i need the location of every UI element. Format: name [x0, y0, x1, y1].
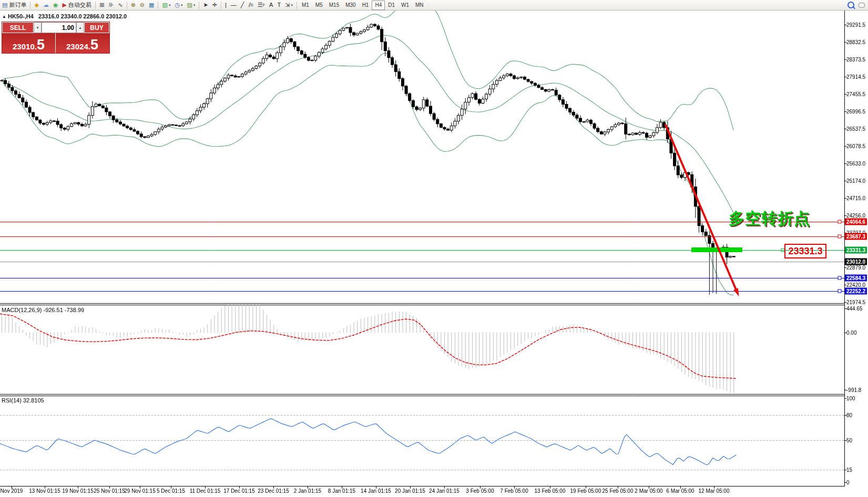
- zoom-out-icon: ⊖: [140, 1, 145, 9]
- chevron-down-icon[interactable]: ▾: [193, 3, 196, 7]
- vertical-line-icon: |: [225, 1, 227, 9]
- bar-chart-icon: 𝌆: [99, 1, 105, 9]
- autotrading-button[interactable]: ▶自动交易: [60, 1, 93, 9]
- toolbar-separator: [95, 2, 96, 9]
- time-axis-label: 20 Jan 01:15: [395, 488, 425, 494]
- price-level-chip: 23687.3: [845, 233, 867, 240]
- trading-platform-window: ▤新订单◆☁◉▶自动交易𝌆⊪∿⊕⊖▦▧▾◷▾▨▾➤✛|—╱⫽E☰FAT⇲▾M1M…: [0, 0, 868, 497]
- timeframe-m30-button[interactable]: M30: [342, 1, 359, 10]
- mql5-cloud-button[interactable]: ☁: [41, 1, 51, 9]
- chart-colors-icon: ▨: [187, 1, 192, 9]
- price-axis-label: 27455.5: [846, 91, 865, 97]
- chart-canvas[interactable]: [0, 0, 868, 497]
- toolbar-separator: [199, 2, 199, 9]
- lot-decrease-button[interactable]: ▼: [34, 22, 42, 33]
- price-axis-label: 50: [846, 438, 852, 443]
- chart-colors-button[interactable]: ▨▾: [185, 1, 198, 9]
- text-button[interactable]: A: [267, 1, 275, 9]
- chevron-down-icon[interactable]: ▾: [181, 3, 183, 7]
- periods-button[interactable]: ◷▾: [172, 1, 185, 9]
- trendline-button[interactable]: ╱: [239, 1, 247, 9]
- timeframe-d1-button[interactable]: D1: [385, 1, 398, 10]
- tile-windows-button[interactable]: ▦: [147, 1, 156, 9]
- sell-button[interactable]: SELL: [2, 22, 34, 33]
- one-click-trade-widget: SELL ▼ ▲ BUY 23010.5 23024.5: [2, 22, 110, 54]
- equidistant-channel-button[interactable]: ⫽E: [246, 1, 256, 9]
- metaeditor-button[interactable]: ◆: [32, 1, 40, 9]
- candlestick-chart-button[interactable]: ⊪: [107, 1, 116, 9]
- timeframe-h4-button[interactable]: H4: [372, 1, 385, 10]
- bar-chart-button[interactable]: 𝌆: [97, 1, 107, 9]
- search-icon[interactable]: [847, 2, 854, 8]
- time-axis-label: 3 Feb 05:00: [466, 488, 494, 494]
- arrows-button[interactable]: ⇲▾: [283, 1, 295, 9]
- lot-size-input[interactable]: [42, 22, 76, 33]
- buy-price[interactable]: 23024.5: [56, 33, 109, 53]
- new-chart-button[interactable]: ▧▾: [160, 1, 172, 9]
- line-chart-icon: ∿: [118, 1, 122, 9]
- time-axis-label: 6 Mar 05:00: [666, 488, 694, 494]
- periods-icon: ◷: [175, 1, 180, 9]
- new-chart-icon: ▧: [162, 1, 167, 9]
- timeframe-h1-button[interactable]: H1: [359, 1, 372, 10]
- timeframe-m15-button[interactable]: M15: [326, 1, 342, 10]
- price-level-chip: 22252.2: [845, 288, 867, 295]
- zoom-out-button[interactable]: ⊖: [138, 1, 147, 9]
- price-axis-label: 28832.5: [846, 39, 865, 45]
- price-axis-label: 22879.0: [846, 265, 865, 271]
- timeframe-w1-button[interactable]: W1: [398, 1, 412, 10]
- time-axis-label: 11 Dec 01:15: [190, 488, 221, 494]
- cursor-button[interactable]: ➤: [201, 1, 210, 9]
- ohlc-values: 23316.0 23340.0 22866.0 23012.0: [38, 13, 127, 19]
- timeframe-m5-button[interactable]: M5: [312, 1, 326, 10]
- cursor-icon: ➤: [203, 1, 208, 9]
- trendline-icon: ╱: [241, 1, 244, 9]
- price-axis-label: 24715.0: [846, 195, 865, 201]
- time-axis-label: 2 Jan 01:15: [294, 488, 321, 494]
- price-axis-label: 26078.5: [846, 143, 865, 149]
- mql5-cloud-icon: ☁: [43, 1, 49, 9]
- price-level-chip: 23012.0: [845, 258, 867, 265]
- line-chart-button[interactable]: ∿: [116, 1, 125, 9]
- price-level-chip: 22584.3: [845, 275, 867, 282]
- lot-increase-button[interactable]: ▲: [76, 22, 84, 33]
- zoom-in-button[interactable]: ⊕: [129, 1, 138, 9]
- chat-icon[interactable]: [859, 3, 865, 8]
- price-axis-label: 21974.5: [846, 299, 865, 305]
- fibonacci-button[interactable]: ☰F: [256, 1, 267, 9]
- time-axis-label: 29 Nov 01:15: [124, 488, 156, 494]
- new-order-button[interactable]: ▤新订单: [0, 1, 28, 9]
- sell-price[interactable]: 23010.5: [2, 33, 56, 53]
- price-axis-label: 26996.5: [846, 109, 865, 115]
- chevron-down-icon[interactable]: ▾: [291, 3, 293, 7]
- crosshair-icon: ✛: [212, 1, 217, 9]
- price-axis-label: 24256.0: [846, 213, 865, 219]
- price-axis-label: -991.8: [846, 387, 861, 393]
- buy-button[interactable]: BUY: [84, 22, 109, 33]
- price-axis-label: 444.65: [846, 306, 863, 312]
- price-axis-label: 0: [846, 480, 850, 485]
- timeframe-m1-button[interactable]: M1: [299, 1, 312, 10]
- time-axis-label: 14 Jan 01:15: [361, 488, 391, 494]
- vertical-line-button[interactable]: |: [223, 1, 229, 9]
- signals-icon: ◉: [53, 1, 58, 9]
- chevron-down-icon[interactable]: ▾: [169, 3, 171, 7]
- price-level-chip: 23331.3: [845, 247, 867, 254]
- timeframe-mn-button[interactable]: MN: [412, 1, 427, 10]
- crosshair-button[interactable]: ✛: [210, 1, 219, 9]
- symbol-ohlc-bar: ▲ HK50-,H4 23316.0 23340.0 22866.0 23012…: [2, 13, 127, 19]
- tile-windows-icon: ▦: [149, 1, 154, 9]
- horizontal-line-button[interactable]: —: [229, 1, 239, 9]
- time-axis-label: 25 Nov 01:15: [94, 488, 125, 494]
- time-axis-label: Nov 2019: [1, 488, 23, 494]
- time-axis-label: 12 Mar 05:00: [699, 488, 730, 494]
- toolbar-separator: [127, 2, 127, 9]
- time-axis-label: 19 Nov 01:15: [62, 488, 94, 494]
- time-axis-label: 5 Dec 01:15: [157, 488, 185, 494]
- horizontal-line-icon: —: [231, 1, 237, 9]
- price-axis-label: 22420.0: [846, 282, 865, 288]
- signals-button[interactable]: ◉: [51, 1, 60, 9]
- text-label-button[interactable]: T: [275, 1, 283, 9]
- time-axis-label: 2 Mar 05:00: [635, 488, 662, 494]
- text-icon: A: [269, 1, 273, 9]
